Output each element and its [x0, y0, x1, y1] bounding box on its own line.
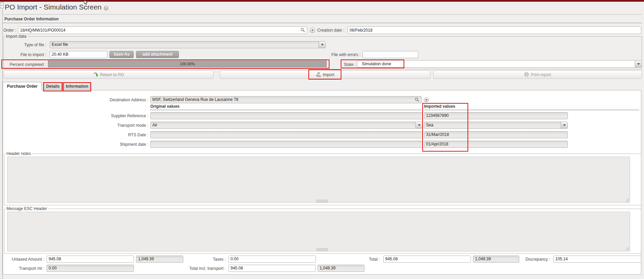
untaxed-amount-label: Untaxed Amount :: [7, 256, 44, 263]
destination-dropdown-button[interactable]: [424, 97, 429, 102]
supplier-reference-label: Supplier Reference :: [78, 112, 148, 119]
print-report-label: Print report: [531, 72, 551, 77]
discrepancy-input[interactable]: 105.14: [553, 256, 641, 263]
return-to-po-button[interactable]: Return to PO: [3, 70, 214, 79]
total-original-input[interactable]: 945.08: [383, 256, 471, 263]
section-title: Purchase Order Information: [4, 17, 58, 21]
sidebar-collapse-toggle[interactable]: »: [0, 2, 4, 8]
chevron-down-icon: [425, 99, 427, 101]
untaxed-amount-original-input[interactable]: 945.08: [47, 256, 134, 263]
type-of-file-select[interactable]: Excel file: [50, 41, 326, 48]
chevron-down-icon: [311, 30, 313, 31]
destination-address-label: Destination Address :: [78, 97, 148, 103]
file-to-import-label: File to import :: [3, 51, 46, 58]
save-as-button[interactable]: Save As: [109, 51, 134, 58]
total-imported-input[interactable]: 1,049.39: [473, 256, 519, 263]
percent-completed-label: Percent completed :: [4, 61, 46, 68]
state-label: State :: [342, 61, 356, 68]
gears-icon: [316, 72, 321, 77]
rts-date-original-input[interactable]: [150, 131, 423, 138]
destination-search-icon[interactable]: [415, 98, 419, 102]
rts-date-label: RTS Date :: [78, 132, 148, 138]
transport-mt-input[interactable]: 0.00: [47, 265, 134, 272]
taxes-input[interactable]: 0.00: [228, 256, 316, 263]
printer-icon: [524, 72, 529, 77]
type-of-file-value: Excel file: [52, 42, 68, 47]
transport-mode-label: Transport mode :: [78, 122, 148, 129]
po-import-screen: » PO Import - Simulation Screen ? Purcha…: [0, 0, 644, 279]
dropdown-arrow-icon: [319, 41, 325, 48]
percent-completed-progressbar: 100.00%: [48, 60, 327, 67]
dropdown-arrow-icon: [416, 122, 422, 128]
destination-address-input[interactable]: MSF, Switzerland Geneva Rue de Lausanne …: [150, 96, 422, 103]
window-top-accent-bar: [0, 0, 644, 2]
state-value: Simulation done: [362, 62, 391, 66]
tab-details[interactable]: Details: [44, 83, 62, 90]
supplier-reference-original-input[interactable]: [150, 112, 423, 119]
import-data-legend: Import data: [5, 34, 28, 39]
section-divider: [3, 23, 642, 23]
imported-values-header: Imported values: [424, 104, 639, 110]
tab-purchase-order[interactable]: Purchase Order: [3, 82, 42, 90]
total-incl-transport-label: Total incl. transport :: [180, 265, 226, 272]
header-notes-textarea[interactable]: [7, 157, 630, 203]
discrepancy-label: Discrepancy :: [515, 256, 550, 263]
dropdown-arrow-icon: [635, 60, 642, 67]
order-search-icon[interactable]: [301, 28, 305, 32]
header-notes-resize-grip[interactable]: [316, 200, 328, 203]
creation-date-input[interactable]: 06/Feb/2018: [348, 27, 641, 34]
transport-mt-label: Transport mt :: [7, 265, 44, 272]
shipment-date-label: Shipment date :: [78, 141, 148, 148]
order-label: Order :: [3, 27, 16, 34]
left-gutter: [0, 2, 3, 279]
return-to-po-label: Return to PO: [100, 72, 124, 77]
transport-mode-original-select[interactable]: Air: [150, 122, 423, 129]
order-dropdown-button[interactable]: [310, 28, 315, 33]
file-with-errors-input[interactable]: [362, 51, 418, 58]
help-icon[interactable]: ?: [104, 6, 108, 11]
message-esc-textarea[interactable]: [7, 212, 630, 251]
transport-mode-original-value: Air: [152, 123, 157, 127]
file-to-import-input[interactable]: 20.40 KB: [50, 51, 107, 58]
shipment-date-imported-input[interactable]: 01/Apr/2018: [424, 141, 568, 148]
total-incl-imported-input[interactable]: 1,049.39: [318, 265, 365, 272]
header-notes-legend: Header notes: [5, 151, 32, 156]
return-arrow-icon: [93, 72, 98, 77]
transport-mode-imported-value: Sea: [426, 123, 433, 127]
state-select[interactable]: Simulation done: [357, 60, 642, 68]
order-input[interactable]: 18/HQ/MW101/PO00014: [18, 27, 307, 34]
original-values-header: Original values: [150, 104, 422, 110]
page-title: PO Import - Simulation Screen: [5, 3, 102, 11]
supplier-reference-imported-input[interactable]: 1234567890: [424, 112, 568, 119]
resize-handle-icon: [626, 198, 629, 202]
message-esc-legend: Message ESC Header: [5, 206, 48, 211]
tab-information[interactable]: Information: [64, 83, 90, 90]
taxes-label: Taxes :: [190, 256, 226, 263]
file-with-errors-label: File with errors :: [308, 51, 360, 58]
transport-mode-imported-select[interactable]: Sea: [424, 122, 568, 129]
import-button-label: Import: [323, 72, 334, 77]
shipment-date-original-input[interactable]: [150, 141, 423, 148]
total-incl-original-input[interactable]: 945.08: [228, 265, 316, 272]
rts-date-imported-input[interactable]: 31/Mar/2018: [424, 131, 568, 138]
total-label: Total :: [350, 256, 380, 263]
creation-date-label: Creation date :: [316, 27, 344, 34]
dropdown-arrow-icon: [561, 122, 567, 128]
title-divider: [3, 14, 642, 15]
resize-handle-icon: [626, 247, 629, 250]
print-report-button[interactable]: Print report: [433, 70, 642, 79]
type-of-file-label: Type of file :: [3, 41, 46, 48]
message-esc-resize-grip[interactable]: [316, 248, 328, 251]
untaxed-amount-imported-input[interactable]: 1,049.39: [136, 256, 183, 263]
add-attachment-button[interactable]: add attachment: [136, 51, 179, 58]
import-button[interactable]: Import: [220, 70, 430, 79]
